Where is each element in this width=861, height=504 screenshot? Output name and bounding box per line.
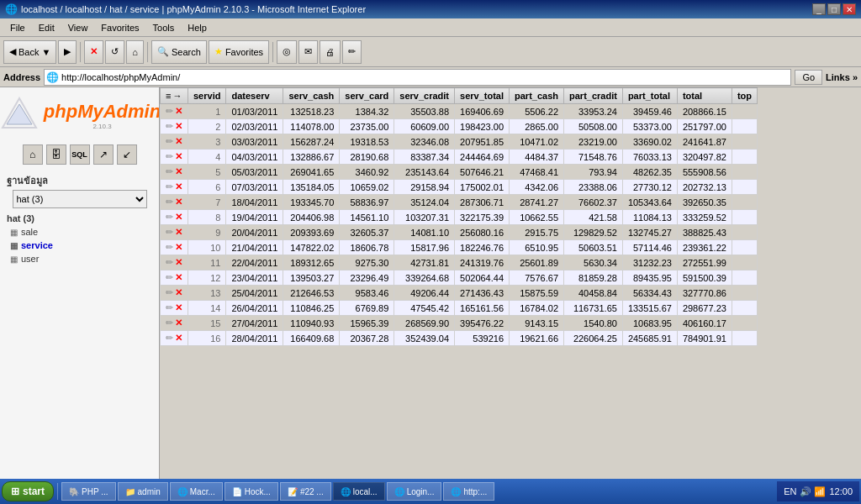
edit-row-button[interactable]: ✏ [166,333,173,344]
cell-serv-total: 244464.69 [455,150,510,165]
delete-row-button[interactable]: ✕ [175,212,182,223]
edit-row-button[interactable]: ✏ [166,242,173,253]
start-button[interactable]: ⊞ start [2,481,54,501]
delete-row-button[interactable]: ✕ [175,166,182,177]
edit-row-button[interactable]: ✏ [166,121,173,132]
edit-row-button[interactable]: ✏ [166,181,173,192]
sidebar-item-service[interactable]: ▦ service [7,239,156,252]
sidebar-export-button[interactable]: ↗ [93,144,114,165]
menu-help[interactable]: Help [181,21,214,34]
address-label: Address [3,72,40,82]
taskbar-php[interactable]: 🐘 PHP ... [61,482,116,501]
th-serv-card[interactable]: serv_card [340,88,394,104]
edit-row-button[interactable]: ✏ [166,106,173,117]
th-part-cash[interactable]: part_cash [510,88,564,104]
th-actions[interactable]: ≡ → [161,88,188,104]
refresh-icon: ↺ [111,46,119,57]
edit-row-button[interactable]: ✏ [166,302,173,313]
cell-serv-cash: 114078.00 [283,119,340,134]
refresh-button[interactable]: ↺ [105,40,124,64]
home-button[interactable]: ⌂ [126,40,144,64]
menu-view[interactable]: View [61,21,95,34]
go-button[interactable]: Go [795,70,822,85]
edit-row-button[interactable]: ✏ [166,212,173,223]
sidebar-import-button[interactable]: ↙ [117,144,137,165]
edit-row-button[interactable]: ✏ [166,272,173,283]
th-servid[interactable]: servid [188,88,226,104]
th-serv-cradit[interactable]: serv_cradit [394,88,455,104]
taskbar-login[interactable]: 🌐 Login... [387,482,442,501]
delete-row-button[interactable]: ✕ [175,333,182,344]
mail-button[interactable]: ✉ [298,40,318,64]
delete-row-button[interactable]: ✕ [175,136,182,147]
cell-serv-cradit: 47545.42 [394,301,455,316]
sidebar-sql-button[interactable]: SQL [70,144,90,165]
table-row: ✏ ✕ 3 03/03/2011 156287.24 19318.53 3234… [161,134,758,150]
stop-button[interactable]: ✕ [84,40,103,64]
edit-row-button[interactable]: ✏ [166,197,173,207]
cell-serv-card: 14561.10 [340,210,394,225]
db-select[interactable]: hat (3) [13,190,147,208]
edit-row-button[interactable]: ✏ [166,136,173,147]
menu-file[interactable]: File [3,21,32,34]
menu-favorites[interactable]: Favorites [94,21,145,34]
th-top[interactable]: top [732,88,757,104]
th-part-cradit[interactable]: part_cradit [564,88,623,104]
cell-part-cash: 4484.37 [510,150,564,165]
edit-row-button[interactable]: ✏ [166,151,173,162]
cell-serv-card: 3460.92 [340,165,394,180]
taskbar-http[interactable]: 🌐 http:... [443,482,494,501]
th-serv-cash[interactable]: serv_cash [283,88,340,104]
cell-serv-cash: 147822.02 [283,240,340,255]
delete-row-button[interactable]: ✕ [175,242,182,253]
back-dropdown-icon: ▼ [41,47,50,57]
taskbar-hock[interactable]: 📄 Hock... [224,482,278,501]
edit-row-button[interactable]: ✏ [166,166,173,177]
taskbar-admin[interactable]: 📁 admin [118,482,168,501]
print-button[interactable]: 🖨 [320,40,341,64]
delete-row-button[interactable]: ✕ [175,197,182,207]
taskbar-22[interactable]: 📝 #22 ... [280,482,331,501]
sidebar-item-user[interactable]: ▦ user [7,252,156,265]
taskbar-macr[interactable]: 🌐 Macr... [170,482,223,501]
sidebar-db-button[interactable]: 🗄 [46,144,66,165]
favorites-button[interactable]: ★ Favorites [209,40,269,64]
delete-row-button[interactable]: ✕ [175,318,182,328]
table-scroll[interactable]: ≡ → servid dateserv serv_cash serv_card … [160,87,758,482]
sidebar-home-button[interactable]: ⌂ [23,144,43,165]
edit-row-button[interactable]: ✏ [166,318,173,328]
cell-part-cradit: 50603.51 [564,240,623,255]
edit-row-button[interactable]: ✏ [166,227,173,238]
delete-row-button[interactable]: ✕ [175,302,182,313]
th-serv-total[interactable]: serv_total [455,88,510,104]
cell-serv-card: 10659.02 [340,180,394,195]
maximize-button[interactable]: □ [827,3,841,15]
delete-row-button[interactable]: ✕ [175,257,182,268]
minimize-button[interactable]: _ [812,3,826,15]
delete-row-button[interactable]: ✕ [175,272,182,283]
th-total[interactable]: total [677,88,732,104]
search-button[interactable]: 🔍 Search [151,40,207,64]
th-part-total[interactable]: part_total [622,88,677,104]
close-button[interactable]: ✕ [843,3,856,15]
menu-edit[interactable]: Edit [32,21,61,34]
delete-row-button[interactable]: ✕ [175,227,182,238]
delete-row-button[interactable]: ✕ [175,181,182,192]
edit-button[interactable]: ✏ [342,40,362,64]
menu-tools[interactable]: Tools [146,21,182,34]
address-input[interactable] [61,72,789,82]
delete-row-button[interactable]: ✕ [175,106,182,117]
links-button[interactable]: Links » [826,72,858,82]
delete-row-button[interactable]: ✕ [175,287,182,298]
sidebar-item-sale[interactable]: ▦ sale [7,225,156,239]
edit-row-button[interactable]: ✏ [166,257,173,268]
delete-row-button[interactable]: ✕ [175,121,182,132]
delete-row-button[interactable]: ✕ [175,151,182,162]
edit-row-button[interactable]: ✏ [166,287,173,298]
taskbar-local[interactable]: 🌐 local... [333,482,385,501]
forward-button[interactable]: ▶ [58,40,77,64]
back-button[interactable]: ◀ Back ▼ [3,40,56,64]
cell-total: 392650.35 [677,195,732,210]
history-button[interactable]: ◎ [277,40,297,64]
th-dateserv[interactable]: dateserv [226,88,283,104]
